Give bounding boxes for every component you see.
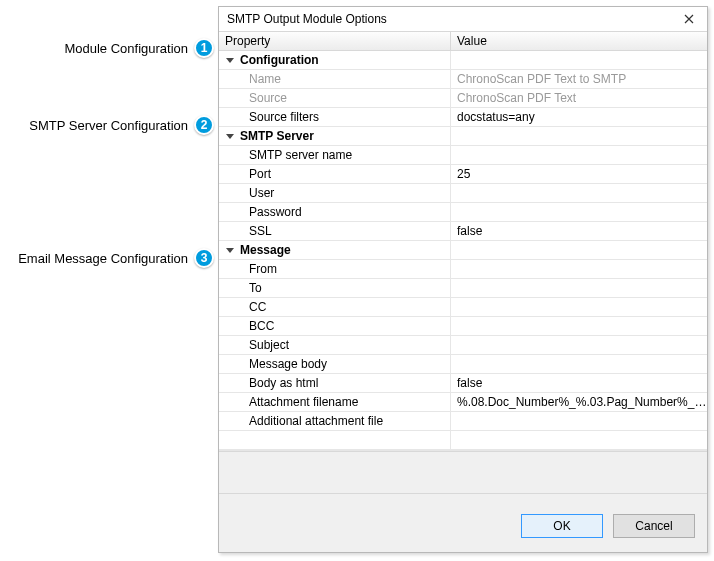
group-configuration[interactable]: Configuration <box>219 51 707 70</box>
row-ssl-label: SSL <box>249 224 272 238</box>
row-source-label: Source <box>249 91 287 105</box>
row-ssl-value[interactable]: false <box>451 222 707 240</box>
row-user[interactable]: User <box>219 184 707 203</box>
row-to-value[interactable] <box>451 279 707 297</box>
group-message[interactable]: Message <box>219 241 707 260</box>
row-source: Source ChronoScan PDF Text <box>219 89 707 108</box>
description-panel <box>219 451 707 493</box>
row-source-filters-label: Source filters <box>249 110 319 124</box>
row-attachment-filename[interactable]: Attachment filename %.08.Doc_Number%_%.0… <box>219 393 707 412</box>
group-smtp-server[interactable]: SMTP Server <box>219 127 707 146</box>
row-body-as-html[interactable]: Body as html false <box>219 374 707 393</box>
row-source-value: ChronoScan PDF Text <box>451 89 707 107</box>
ok-button[interactable]: OK <box>521 514 603 538</box>
row-from-value[interactable] <box>451 260 707 278</box>
row-smtp-server-name-label: SMTP server name <box>249 148 352 162</box>
cancel-button[interactable]: Cancel <box>613 514 695 538</box>
annotation-2: SMTP Server Configuration 2 <box>29 115 214 135</box>
annotation-labels: Module Configuration 1 SMTP Server Confi… <box>0 0 214 561</box>
row-body-as-html-label: Body as html <box>249 376 318 390</box>
row-attachment-filename-value[interactable]: %.08.Doc_Number%_%.03.Pag_Number%_of_... <box>451 393 707 411</box>
row-bcc-label: BCC <box>249 319 274 333</box>
header-property: Property <box>219 32 451 50</box>
property-grid: Configuration Name ChronoScan PDF Text t… <box>219 51 707 450</box>
smtp-options-dialog: SMTP Output Module Options Property Valu… <box>218 6 708 553</box>
row-from-label: From <box>249 262 277 276</box>
row-user-value[interactable] <box>451 184 707 202</box>
annotation-3: Email Message Configuration 3 <box>18 248 214 268</box>
group-smtp-server-label: SMTP Server <box>240 129 314 143</box>
annotation-2-badge: 2 <box>194 115 214 135</box>
row-subject-value[interactable] <box>451 336 707 354</box>
row-to[interactable]: To <box>219 279 707 298</box>
collapse-icon[interactable] <box>225 246 234 255</box>
row-user-label: User <box>249 186 274 200</box>
row-bcc-value[interactable] <box>451 317 707 335</box>
row-from[interactable]: From <box>219 260 707 279</box>
header-value: Value <box>451 32 707 50</box>
row-to-label: To <box>249 281 262 295</box>
annotation-3-text: Email Message Configuration <box>18 251 188 266</box>
row-password-label: Password <box>249 205 302 219</box>
row-additional-attachment-value[interactable] <box>451 412 707 430</box>
row-port[interactable]: Port 25 <box>219 165 707 184</box>
close-icon[interactable] <box>677 7 701 31</box>
row-port-value[interactable]: 25 <box>451 165 707 183</box>
row-message-body-label: Message body <box>249 357 327 371</box>
row-cc[interactable]: CC <box>219 298 707 317</box>
row-subject-label: Subject <box>249 338 289 352</box>
row-name-label: Name <box>249 72 281 86</box>
annotation-3-badge: 3 <box>194 248 214 268</box>
row-smtp-server-name-value[interactable] <box>451 146 707 164</box>
row-smtp-server-name[interactable]: SMTP server name <box>219 146 707 165</box>
row-name: Name ChronoScan PDF Text to SMTP <box>219 70 707 89</box>
row-body-as-html-value[interactable]: false <box>451 374 707 392</box>
row-port-label: Port <box>249 167 271 181</box>
row-message-body[interactable]: Message body <box>219 355 707 374</box>
dialog-footer: OK Cancel <box>219 493 707 552</box>
row-ssl[interactable]: SSL false <box>219 222 707 241</box>
row-name-value: ChronoScan PDF Text to SMTP <box>451 70 707 88</box>
row-password-value[interactable] <box>451 203 707 221</box>
grid-empty-row <box>219 431 707 450</box>
row-bcc[interactable]: BCC <box>219 317 707 336</box>
row-message-body-value[interactable] <box>451 355 707 373</box>
annotation-1-text: Module Configuration <box>64 41 188 56</box>
annotation-2-text: SMTP Server Configuration <box>29 118 188 133</box>
titlebar: SMTP Output Module Options <box>219 7 707 31</box>
dialog-title: SMTP Output Module Options <box>227 12 677 26</box>
row-source-filters[interactable]: Source filters docstatus=any <box>219 108 707 127</box>
row-attachment-filename-label: Attachment filename <box>249 395 358 409</box>
row-subject[interactable]: Subject <box>219 336 707 355</box>
annotation-1: Module Configuration 1 <box>64 38 214 58</box>
group-configuration-label: Configuration <box>240 53 319 67</box>
group-message-label: Message <box>240 243 291 257</box>
collapse-icon[interactable] <box>225 56 234 65</box>
row-source-filters-value[interactable]: docstatus=any <box>451 108 707 126</box>
row-additional-attachment-label: Additional attachment file <box>249 414 383 428</box>
grid-header: Property Value <box>219 31 707 51</box>
collapse-icon[interactable] <box>225 132 234 141</box>
row-additional-attachment[interactable]: Additional attachment file <box>219 412 707 431</box>
row-cc-value[interactable] <box>451 298 707 316</box>
annotation-1-badge: 1 <box>194 38 214 58</box>
row-password[interactable]: Password <box>219 203 707 222</box>
row-cc-label: CC <box>249 300 266 314</box>
